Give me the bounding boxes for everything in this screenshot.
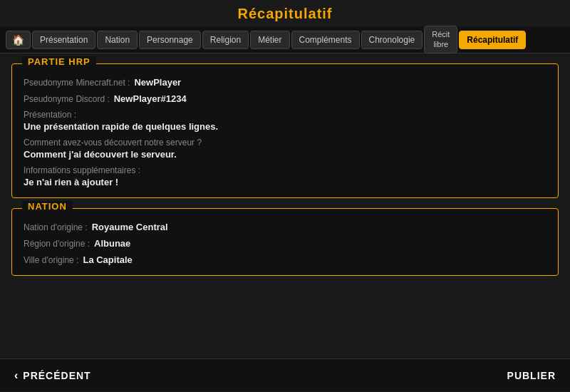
pseudo-discord-value: NewPlayer#1234 [114,93,187,104]
nav-item-religion[interactable]: Religion [202,31,249,49]
nation-label: Nation d'origine : [24,222,88,232]
nation-body: Nation d'origine : Royaume Central Régio… [24,222,546,265]
pseudo-mc-value: NewPlayer [134,77,181,88]
region-row: Région d'origine : Albunae [24,238,546,249]
page-title: Récapitulatif [237,6,332,21]
nav-item-chronologie[interactable]: Chronologie [361,31,423,49]
pseudo-mc-label: Pseudonyme Minecraft.net : [24,78,130,88]
prev-button[interactable]: ‹ PRÉCÉDENT [14,369,91,382]
region-label: Région d'origine : [24,239,90,249]
nav-bar: 🏠 Présentation Nation Personnage Religio… [0,26,570,53]
discovered-row: Comment avez-vous découvert notre serveu… [24,138,546,160]
nav-item-recapitulatif[interactable]: Récapitulatif [459,31,526,49]
footer-bar: ‹ PRÉCÉDENT PUBLIER [0,359,570,391]
region-value: Albunae [94,238,130,249]
info-sup-label: Informations supplémentaires : [24,165,546,175]
hrp-body: Pseudonyme Minecraft.net : NewPlayer Pse… [24,77,546,187]
nation-row: Nation d'origine : Royaume Central [24,222,546,232]
section-hrp: PARTIE HRP Pseudonyme Minecraft.net : Ne… [11,63,559,198]
nav-item-nation[interactable]: Nation [97,31,138,49]
ville-row: Ville d'origine : La Capitale [24,254,546,265]
publish-label: PUBLIER [507,370,556,381]
discovered-value: Comment j'ai découvert le serveur. [24,149,546,160]
nav-home-button[interactable]: 🏠 [6,31,31,49]
section-nation-title: NATION [22,201,73,212]
nav-item-complements[interactable]: Compléments [291,31,360,49]
chevron-left-icon: ‹ [14,369,19,382]
nation-value: Royaume Central [92,222,168,232]
pseudo-discord-row: Pseudonyme Discord : NewPlayer#1234 [24,93,546,104]
section-nation: NATION Nation d'origine : Royaume Centra… [11,208,559,276]
ville-label: Ville d'origine : [24,255,78,265]
publish-button[interactable]: PUBLIER [507,370,556,381]
nav-item-presentation[interactable]: Présentation [32,31,95,49]
presentation-row: Présentation : Une présentation rapide d… [24,110,546,132]
presentation-value: Une présentation rapide de quelques lign… [24,121,546,132]
nav-item-metier[interactable]: Métier [250,31,289,49]
page-header: Récapitulatif [0,0,570,26]
section-hrp-title: PARTIE HRP [22,56,96,67]
info-sup-row: Informations supplémentaires : Je n'ai r… [24,165,546,187]
nav-item-personnage[interactable]: Personnage [139,31,201,49]
nav-item-recit-libre[interactable]: Récitlibre [424,26,457,53]
info-sup-value: Je n'ai rien à ajouter ! [24,177,546,187]
pseudo-discord-label: Pseudonyme Discord : [24,94,110,104]
main-content: PARTIE HRP Pseudonyme Minecraft.net : Ne… [0,53,570,359]
home-icon: 🏠 [12,34,24,46]
prev-label: PRÉCÉDENT [23,370,90,381]
presentation-label: Présentation : [24,110,546,120]
ville-value: La Capitale [83,254,132,265]
pseudo-mc-row: Pseudonyme Minecraft.net : NewPlayer [24,77,546,88]
discovered-label: Comment avez-vous découvert notre serveu… [24,138,546,148]
